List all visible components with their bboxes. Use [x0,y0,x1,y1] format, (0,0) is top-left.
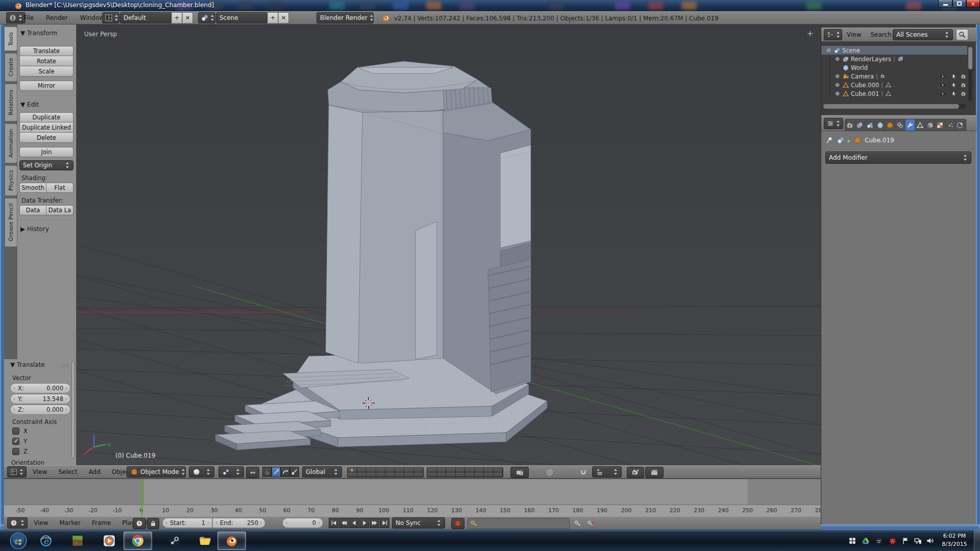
shade-flat-button[interactable]: Flat [46,183,74,193]
taskbar-clock[interactable]: 6:02 PM 8/3/2015 [936,532,973,548]
menu-select[interactable]: Select [58,468,77,475]
increment-arrow-icon[interactable]: › [207,520,209,525]
toggle-selectability-icon[interactable] [950,90,958,97]
layer-cell[interactable] [376,468,386,472]
data-transfer-data-button[interactable]: Data [19,205,46,215]
region-expand-icon[interactable]: + [807,29,814,38]
tray-pirate-icon[interactable] [875,537,883,545]
tray-google-drive-icon[interactable] [862,537,870,545]
vector-y-field[interactable]: ‹ Y: 13.548 › [10,394,70,404]
decrement-arrow-icon[interactable]: ‹ [13,386,15,391]
tool-shelf-tab-tools[interactable]: Tools [5,27,17,51]
layer-cell[interactable] [404,472,414,477]
toggle-visibility-icon[interactable] [939,72,947,80]
layer-cell[interactable] [446,472,456,477]
layer-cell[interactable] [385,472,395,477]
close-button[interactable]: × [966,0,980,8]
layer-cell[interactable] [414,472,424,477]
set-origin-menu[interactable]: Set Origin [19,160,74,170]
menu-view[interactable]: View [34,519,48,527]
delete-scene-button[interactable]: ✕ [278,12,289,23]
layer-cell[interactable] [427,468,437,472]
menu-window[interactable]: Window [80,14,104,21]
taskbar-blender-button[interactable] [217,532,246,550]
expand-icon[interactable]: ⊕ [834,56,841,62]
toggle-renderability-icon[interactable] [960,81,968,89]
layer-cell[interactable] [456,468,465,472]
play-button[interactable] [359,518,369,528]
join-button[interactable]: Join [19,147,74,157]
taskbar-explorer-button[interactable] [191,532,219,550]
toggle-renderability-icon[interactable] [960,72,968,80]
properties-tab-object-data[interactable] [915,119,925,131]
viewport-canvas[interactable] [77,24,821,465]
time-display-button[interactable] [133,518,146,529]
display-filter-select[interactable]: All Scenes [893,29,953,40]
tray-tray-grid-icon[interactable] [848,537,856,545]
menu-view[interactable]: View [33,468,47,475]
jump-to-end-button[interactable] [380,518,389,528]
tool-shelf-tab-relations[interactable]: Relations [5,84,17,121]
constraint-axis-y-checkbox[interactable] [12,438,19,445]
layer-cell[interactable] [395,468,405,472]
keying-set-field[interactable] [468,518,570,529]
shade-smooth-button[interactable]: Smooth [19,183,46,193]
record-button[interactable] [451,518,464,529]
layer-cell[interactable] [414,468,424,472]
pivot-select[interactable] [218,466,244,478]
data-transfer-layout-button[interactable]: Data La [46,205,74,215]
increment-arrow-icon[interactable]: › [65,396,67,402]
tool-shelf-tab-grease-pencil[interactable]: Grease Pencil [5,198,17,247]
snap-element-select[interactable] [592,466,622,478]
taskbar-steam-button[interactable] [160,532,189,550]
viewport-shading-select[interactable] [189,466,214,478]
tool-shelf-scrollbar[interactable] [71,361,75,458]
layer-cell[interactable] [427,472,437,477]
vector-x-field[interactable]: ‹ X: 0.000 › [10,383,70,393]
delete-keyframe-button[interactable] [585,518,597,529]
layer-cell[interactable] [376,472,386,477]
layer-cell[interactable] [404,468,414,472]
taskbar-internet-explorer-button[interactable]: e [32,532,60,550]
increment-arrow-icon[interactable]: › [65,386,67,391]
taskbar-start-button[interactable] [4,532,33,550]
timeline-editor-type-button[interactable] [7,517,28,529]
decrement-arrow-icon[interactable]: ‹ [165,520,167,525]
increment-arrow-icon[interactable]: › [318,520,320,525]
manipulator-axis-button[interactable] [262,467,272,477]
viewport-editor-type-button[interactable] [7,466,27,478]
layer-cell[interactable] [348,468,357,472]
rotate-button[interactable]: Rotate [19,56,74,66]
toggle-renderability-icon[interactable] [960,90,968,97]
taskbar-media-player-button[interactable] [95,532,124,550]
properties-tab-object[interactable] [885,119,895,131]
increment-arrow-icon[interactable]: › [65,407,67,412]
frame-end-field[interactable]: ‹ End: 250 › [212,518,265,528]
maximize-button[interactable] [952,0,966,8]
delete-button[interactable]: Delete [19,133,74,143]
manipulator-rotate-button[interactable] [281,467,290,477]
tool-shelf-tab-physics[interactable]: Physics [5,165,17,196]
transform-orientation-select[interactable]: Global [302,466,342,478]
properties-tab-world[interactable] [875,119,886,131]
duplicate-button[interactable]: Duplicate [19,112,74,122]
scrollbar-thumb[interactable] [823,104,959,109]
layer-cell[interactable] [366,472,376,477]
layer-cell[interactable] [494,468,503,472]
mode-select[interactable]: Object Mode [127,466,186,478]
add-modifier-select[interactable]: Add Modifier [825,152,971,164]
layer-cell[interactable] [437,472,447,477]
properties-tab-scene[interactable] [865,119,875,131]
timeline-track[interactable]: -50-40-30-20-100102030405060708090100110… [4,479,821,516]
next-keyframe-button[interactable] [370,518,379,528]
outliner-row-renderlayers[interactable]: ⊕RenderLayers| [821,55,967,63]
toggle-selectability-icon[interactable] [950,81,958,89]
duplicate-linked-button[interactable]: Duplicate Linked [19,122,74,133]
layer-cell[interactable] [385,468,395,472]
decrement-arrow-icon[interactable]: ‹ [215,520,217,525]
increment-arrow-icon[interactable]: › [260,520,262,525]
layer-cell[interactable] [475,468,484,472]
toggle-selectability-icon[interactable] [950,72,958,80]
panel-history-header[interactable]: ▶ History [20,226,49,233]
properties-editor-type-button[interactable] [824,118,843,129]
